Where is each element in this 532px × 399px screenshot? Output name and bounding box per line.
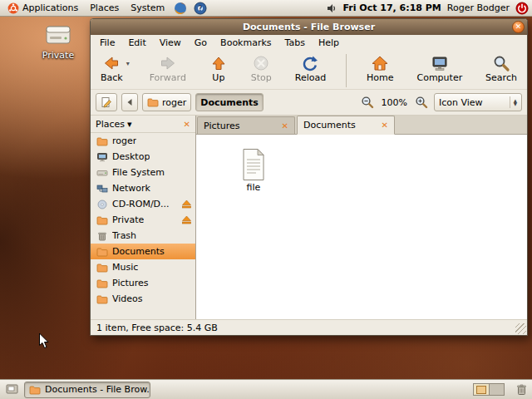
- ubuntu-logo-icon: [7, 2, 19, 14]
- tab-documents[interactable]: Documents ✕: [297, 116, 395, 135]
- view-mode-label: Icon View: [439, 97, 483, 108]
- sidebar-item-trash[interactable]: Trash: [91, 228, 195, 244]
- desktop-icon-private[interactable]: Private: [33, 23, 83, 61]
- back-dropdown[interactable]: ▾: [126, 53, 130, 67]
- zoom-in-button[interactable]: [413, 93, 430, 111]
- view-mode-select[interactable]: Icon View ▲ ▼: [434, 93, 522, 111]
- menu-places[interactable]: Places: [84, 0, 125, 16]
- file-item-file[interactable]: file: [226, 148, 281, 193]
- status-text: 1 item, Free space: 5.4 GB: [96, 323, 218, 333]
- sidebar-item-file-system[interactable]: File System: [91, 165, 195, 180]
- toolbar: Back ▾ Forward: [91, 51, 527, 90]
- reload-icon: [301, 54, 319, 72]
- menu-file[interactable]: File: [93, 36, 121, 50]
- menu-bookmarks[interactable]: Bookmarks: [214, 36, 278, 50]
- toolbar-separator: [346, 54, 347, 87]
- volume-icon[interactable]: [326, 2, 337, 14]
- dropdown-icon[interactable]: ▾: [127, 119, 132, 130]
- menu-help[interactable]: Help: [312, 36, 346, 50]
- sidebar-item-videos[interactable]: Videos: [91, 291, 195, 307]
- sidebar-item-pictures[interactable]: Pictures: [91, 275, 195, 291]
- folder-icon: [147, 97, 159, 107]
- menu-view[interactable]: View: [153, 36, 188, 50]
- eject-button[interactable]: [181, 200, 192, 209]
- home-button[interactable]: Home: [363, 53, 397, 84]
- path-scroll-left-button[interactable]: [121, 93, 138, 111]
- up-button[interactable]: Up: [206, 53, 231, 84]
- tab-close-button[interactable]: ✕: [382, 121, 388, 130]
- reload-button[interactable]: Reload: [292, 53, 329, 84]
- eject-button[interactable]: [181, 215, 192, 224]
- menu-go[interactable]: Go: [188, 36, 214, 50]
- trash-icon: [515, 383, 528, 396]
- reload-label: Reload: [295, 72, 326, 83]
- menu-system[interactable]: System: [125, 0, 170, 16]
- sidebar-item-roger[interactable]: roger: [91, 133, 195, 149]
- workspace-1[interactable]: [474, 384, 489, 395]
- show-desktop-button[interactable]: [2, 382, 21, 398]
- menu-applications-label: Applications: [22, 2, 78, 13]
- places-header: Places ▾ ✕: [91, 116, 195, 133]
- sidebar-item-private[interactable]: Private: [91, 212, 195, 228]
- power-icon: [515, 2, 529, 15]
- search-button[interactable]: Search: [482, 53, 520, 84]
- bottom-panel-right: [473, 380, 530, 399]
- clock[interactable]: Fri Oct 17, 6:18 PM: [343, 2, 441, 13]
- home-icon: [371, 54, 389, 72]
- close-icon: ✕: [282, 121, 288, 131]
- sidebar-item-network[interactable]: Network: [91, 180, 195, 196]
- zoom-out-button[interactable]: [359, 93, 376, 111]
- menu-tabs[interactable]: Tabs: [278, 36, 312, 50]
- sidebar-item-cdrom[interactable]: CD-ROM/D...: [91, 196, 195, 212]
- user-switcher[interactable]: Roger Bodger: [447, 2, 510, 13]
- firefox-launcher[interactable]: [170, 0, 190, 16]
- folder-icon: [96, 278, 108, 288]
- menu-system-label: System: [131, 2, 165, 13]
- path-label: Documents: [200, 97, 259, 108]
- sidebar-close-button[interactable]: ✕: [181, 120, 193, 129]
- sidebar-item-music[interactable]: Music: [91, 259, 195, 275]
- content-pane: Pictures ✕ Documents ✕: [196, 116, 527, 319]
- file-list[interactable]: file: [196, 135, 527, 319]
- sidebar-item-documents[interactable]: Documents: [91, 244, 195, 259]
- forward-label: Forward: [150, 72, 186, 83]
- menu-edit[interactable]: Edit: [121, 36, 152, 50]
- tab-close-button[interactable]: ✕: [282, 121, 288, 131]
- menubar: File Edit View Go Bookmarks Tabs Help: [91, 35, 527, 51]
- sidebar-item-desktop[interactable]: Desktop: [91, 149, 195, 165]
- places-header-button[interactable]: Places: [96, 119, 125, 130]
- trash-applet[interactable]: [515, 383, 528, 396]
- window-list-button[interactable]: Documents - File Brow...: [24, 382, 150, 398]
- panel-indicators: Fri Oct 17, 6:18 PM Roger Bodger: [326, 0, 531, 16]
- folder-icon: [29, 385, 41, 395]
- edit-location-button[interactable]: [96, 93, 117, 111]
- computer-button[interactable]: Computer: [413, 53, 466, 84]
- search-icon: [492, 54, 510, 72]
- zoom-out-icon: [361, 96, 374, 109]
- workspace-switcher[interactable]: [473, 383, 505, 396]
- tab-pictures[interactable]: Pictures ✕: [197, 116, 295, 134]
- back-label: Back: [101, 72, 123, 83]
- computer-icon: [431, 54, 449, 72]
- path-button-roger[interactable]: roger: [142, 93, 191, 111]
- chevron-left-icon: [126, 98, 133, 106]
- firefox-icon: [174, 2, 187, 15]
- stop-icon: [252, 54, 270, 72]
- computer-label: Computer: [416, 72, 462, 83]
- network-icon: [96, 184, 108, 194]
- zoom-level: 100%: [380, 97, 409, 108]
- titlebar[interactable]: Documents - File Browser ✕: [91, 19, 527, 35]
- zoom-in-icon: [415, 96, 428, 109]
- help-launcher[interactable]: ?: [190, 0, 210, 16]
- eject-icon: [181, 215, 192, 224]
- resize-grip[interactable]: [515, 323, 526, 334]
- quit-button[interactable]: [515, 2, 529, 15]
- home-label: Home: [367, 72, 393, 83]
- workspace-2[interactable]: [489, 384, 504, 395]
- trash-icon: [96, 231, 108, 241]
- back-button[interactable]: Back: [97, 53, 126, 84]
- menu-applications[interactable]: Applications: [2, 0, 84, 16]
- path-button-documents[interactable]: Documents: [195, 93, 264, 111]
- close-button[interactable]: ✕: [512, 21, 525, 33]
- help-icon: ?: [194, 2, 207, 15]
